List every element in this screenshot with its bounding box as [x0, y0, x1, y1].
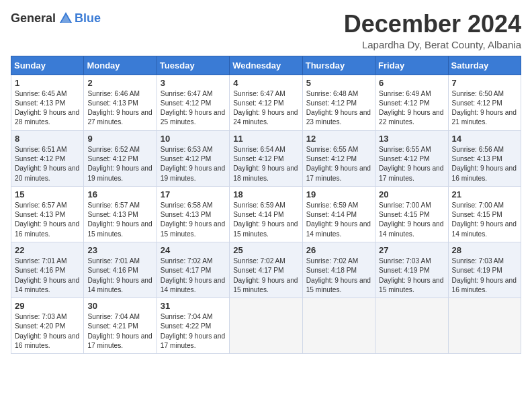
week-row-4: 22Sunrise: 7:01 AMSunset: 4:16 PMDayligh…: [11, 242, 521, 298]
cell-details: Sunrise: 7:02 AMSunset: 4:17 PMDaylight:…: [161, 257, 226, 295]
cell-details: Sunrise: 7:03 AMSunset: 4:20 PMDaylight:…: [15, 312, 80, 351]
calendar-cell: 5Sunrise: 6:48 AMSunset: 4:12 PMDaylight…: [302, 75, 375, 130]
calendar-table: SundayMondayTuesdayWednesdayThursdayFrid…: [11, 56, 521, 355]
day-number: 13: [379, 134, 444, 144]
calendar-cell: 4Sunrise: 6:47 AMSunset: 4:12 PMDaylight…: [230, 75, 302, 130]
calendar-cell: 2Sunrise: 6:46 AMSunset: 4:13 PMDaylight…: [84, 75, 157, 130]
calendar-cell: 26Sunrise: 7:02 AMSunset: 4:18 PMDayligh…: [302, 242, 375, 298]
day-number: 29: [15, 301, 80, 311]
calendar-cell: 12Sunrise: 6:55 AMSunset: 4:12 PMDayligh…: [302, 130, 375, 186]
day-number: 22: [15, 245, 80, 255]
day-number: 11: [233, 134, 298, 144]
logo: General Blue: [11, 11, 101, 26]
calendar-cell: 28Sunrise: 7:03 AMSunset: 4:19 PMDayligh…: [448, 242, 521, 298]
weekday-thursday: Thursday: [302, 56, 375, 75]
calendar-cell: 3Sunrise: 6:47 AMSunset: 4:12 PMDaylight…: [157, 75, 229, 130]
cell-details: Sunrise: 6:56 AMSunset: 4:13 PMDaylight:…: [452, 145, 517, 183]
day-number: 30: [87, 301, 152, 311]
month-title: December 2024: [344, 11, 521, 38]
calendar-cell: 20Sunrise: 7:00 AMSunset: 4:15 PMDayligh…: [375, 186, 448, 242]
cell-details: Sunrise: 7:01 AMSunset: 4:16 PMDaylight:…: [87, 257, 152, 295]
day-number: 19: [306, 189, 371, 199]
calendar-cell: 6Sunrise: 6:49 AMSunset: 4:12 PMDaylight…: [375, 75, 448, 130]
day-number: 31: [161, 301, 226, 311]
cell-details: Sunrise: 6:52 AMSunset: 4:12 PMDaylight:…: [87, 145, 152, 183]
cell-details: Sunrise: 7:03 AMSunset: 4:19 PMDaylight:…: [379, 257, 444, 295]
day-number: 4: [233, 78, 298, 88]
cell-details: Sunrise: 7:04 AMSunset: 4:21 PMDaylight:…: [87, 312, 152, 351]
cell-details: Sunrise: 6:50 AMSunset: 4:12 PMDaylight:…: [452, 89, 517, 128]
day-number: 2: [87, 78, 152, 88]
day-number: 5: [306, 78, 371, 88]
day-number: 16: [87, 189, 152, 199]
weekday-wednesday: Wednesday: [230, 56, 302, 75]
week-row-2: 8Sunrise: 6:51 AMSunset: 4:12 PMDaylight…: [11, 130, 521, 186]
logo-icon: [58, 11, 73, 26]
cell-details: Sunrise: 6:58 AMSunset: 4:13 PMDaylight:…: [161, 201, 226, 239]
day-number: 6: [379, 78, 444, 88]
cell-details: Sunrise: 6:47 AMSunset: 4:12 PMDaylight:…: [161, 89, 226, 128]
cell-details: Sunrise: 6:54 AMSunset: 4:12 PMDaylight:…: [233, 145, 298, 183]
cell-details: Sunrise: 6:46 AMSunset: 4:13 PMDaylight:…: [87, 89, 152, 128]
cell-details: Sunrise: 7:03 AMSunset: 4:19 PMDaylight:…: [452, 257, 517, 295]
calendar-cell: [448, 298, 521, 354]
day-number: 27: [379, 245, 444, 255]
calendar-cell: 16Sunrise: 6:57 AMSunset: 4:13 PMDayligh…: [84, 186, 157, 242]
calendar-cell: 13Sunrise: 6:55 AMSunset: 4:12 PMDayligh…: [375, 130, 448, 186]
calendar-cell: 19Sunrise: 6:59 AMSunset: 4:14 PMDayligh…: [302, 186, 375, 242]
day-number: 14: [452, 134, 517, 144]
week-row-5: 29Sunrise: 7:03 AMSunset: 4:20 PMDayligh…: [11, 298, 521, 354]
calendar-cell: 8Sunrise: 6:51 AMSunset: 4:12 PMDaylight…: [11, 130, 84, 186]
cell-details: Sunrise: 6:57 AMSunset: 4:13 PMDaylight:…: [15, 201, 80, 239]
calendar-cell: 23Sunrise: 7:01 AMSunset: 4:16 PMDayligh…: [84, 242, 157, 298]
weekday-sunday: Sunday: [11, 56, 84, 75]
calendar-cell: 29Sunrise: 7:03 AMSunset: 4:20 PMDayligh…: [11, 298, 84, 354]
cell-details: Sunrise: 7:04 AMSunset: 4:22 PMDaylight:…: [161, 312, 226, 351]
cell-details: Sunrise: 6:57 AMSunset: 4:13 PMDaylight:…: [87, 201, 152, 239]
week-row-1: 1Sunrise: 6:45 AMSunset: 4:13 PMDaylight…: [11, 75, 521, 130]
cell-details: Sunrise: 6:55 AMSunset: 4:12 PMDaylight:…: [379, 145, 444, 183]
cell-details: Sunrise: 6:48 AMSunset: 4:12 PMDaylight:…: [306, 89, 371, 128]
calendar-cell: 25Sunrise: 7:02 AMSunset: 4:17 PMDayligh…: [230, 242, 302, 298]
calendar-cell: 1Sunrise: 6:45 AMSunset: 4:13 PMDaylight…: [11, 75, 84, 130]
calendar-cell: 18Sunrise: 6:59 AMSunset: 4:14 PMDayligh…: [230, 186, 302, 242]
calendar-cell: [230, 298, 302, 354]
calendar-cell: [302, 298, 375, 354]
cell-details: Sunrise: 7:00 AMSunset: 4:15 PMDaylight:…: [452, 201, 517, 239]
cell-details: Sunrise: 6:47 AMSunset: 4:12 PMDaylight:…: [233, 89, 298, 128]
cell-details: Sunrise: 6:55 AMSunset: 4:12 PMDaylight:…: [306, 145, 371, 183]
calendar-cell: 9Sunrise: 6:52 AMSunset: 4:12 PMDaylight…: [84, 130, 157, 186]
day-number: 8: [15, 134, 80, 144]
day-number: 20: [379, 189, 444, 199]
day-number: 7: [452, 78, 517, 88]
cell-details: Sunrise: 6:59 AMSunset: 4:14 PMDaylight:…: [233, 201, 298, 239]
day-number: 25: [233, 245, 298, 255]
calendar-cell: 27Sunrise: 7:03 AMSunset: 4:19 PMDayligh…: [375, 242, 448, 298]
calendar-cell: 14Sunrise: 6:56 AMSunset: 4:13 PMDayligh…: [448, 130, 521, 186]
cell-details: Sunrise: 6:59 AMSunset: 4:14 PMDaylight:…: [306, 201, 371, 239]
calendar-cell: [375, 298, 448, 354]
calendar-cell: 15Sunrise: 6:57 AMSunset: 4:13 PMDayligh…: [11, 186, 84, 242]
day-number: 1: [15, 78, 80, 88]
day-number: 21: [452, 189, 517, 199]
day-number: 17: [161, 189, 226, 199]
cell-details: Sunrise: 6:45 AMSunset: 4:13 PMDaylight:…: [15, 89, 80, 128]
cell-details: Sunrise: 6:53 AMSunset: 4:12 PMDaylight:…: [161, 145, 226, 183]
calendar-cell: 7Sunrise: 6:50 AMSunset: 4:12 PMDaylight…: [448, 75, 521, 130]
cell-details: Sunrise: 6:49 AMSunset: 4:12 PMDaylight:…: [379, 89, 444, 128]
cell-details: Sunrise: 7:02 AMSunset: 4:17 PMDaylight:…: [233, 257, 298, 295]
day-number: 24: [161, 245, 226, 255]
day-number: 23: [87, 245, 152, 255]
day-number: 9: [87, 134, 152, 144]
day-number: 18: [233, 189, 298, 199]
day-number: 26: [306, 245, 371, 255]
calendar-cell: 30Sunrise: 7:04 AMSunset: 4:21 PMDayligh…: [84, 298, 157, 354]
weekday-saturday: Saturday: [448, 56, 521, 75]
header: General Blue December 2024 Lapardha Dy, …: [11, 11, 521, 50]
title-area: December 2024 Lapardha Dy, Berat County,…: [344, 11, 521, 50]
cell-details: Sunrise: 7:00 AMSunset: 4:15 PMDaylight:…: [379, 201, 444, 239]
day-number: 10: [161, 134, 226, 144]
day-number: 3: [161, 78, 226, 88]
day-number: 15: [15, 189, 80, 199]
calendar-cell: 10Sunrise: 6:53 AMSunset: 4:12 PMDayligh…: [157, 130, 229, 186]
